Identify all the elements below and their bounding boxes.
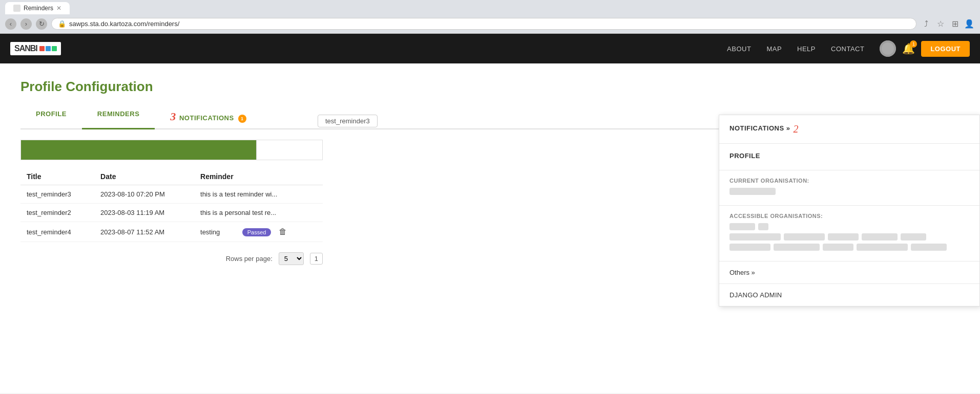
user-dropdown-menu: NOTIFICATIONS » 2 PROFILE CURRENT ORGANI… <box>719 115 980 307</box>
notifications-count: 2 <box>793 123 798 135</box>
row3-date: 2023-08-07 11:52 AM <box>94 222 194 242</box>
progress-fill <box>21 140 256 160</box>
logo-sq-blue <box>46 46 51 51</box>
col-title: Title <box>20 168 94 185</box>
others-link[interactable]: Others » <box>729 269 969 276</box>
bookmark-icon[interactable]: ☆ <box>935 18 946 30</box>
dropdown-profile-section: PROFILE <box>719 144 979 170</box>
row3-reminder: testing Passed 🗑 <box>194 222 323 242</box>
table-row: test_reminder2 2023-08-03 11:19 AM this … <box>20 204 323 222</box>
dropdown-current-org-section: CURRENT ORGANISATION: <box>719 170 979 206</box>
share-icon[interactable]: ⤴ <box>921 18 932 30</box>
django-admin-link[interactable]: DJANGO ADMIN <box>719 284 979 306</box>
user-section: 🔔 1 LOGOUT <box>880 40 970 57</box>
accessible-org-1 <box>729 223 969 230</box>
rows-per-page-label: Rows per page: <box>226 255 273 262</box>
row3-title: test_reminder4 <box>20 222 94 242</box>
org2-blurred <box>729 233 781 240</box>
row2-reminder: this is a personal test re... <box>194 204 323 222</box>
row1-reminder: this is a test reminder wi... <box>194 185 323 204</box>
org2b-blurred <box>784 233 825 240</box>
passed-badge: Passed <box>242 228 272 236</box>
url-text: sawps.sta.do.kartoza.com/reminders/ <box>69 20 179 28</box>
nav-contact[interactable]: CONTACT <box>831 45 864 53</box>
profile-menu-label: PROFILE <box>729 152 760 160</box>
org2e-blurred <box>901 233 926 240</box>
current-org-name <box>729 188 969 195</box>
logo-sq-red <box>39 46 45 51</box>
current-org-label: CURRENT ORGANISATION: <box>729 178 969 184</box>
browser-tab[interactable]: Reminders ✕ <box>5 2 70 14</box>
org2d-blurred <box>862 233 898 240</box>
dropdown-others-section: Others » <box>719 261 979 284</box>
org1-blurred <box>729 223 755 230</box>
dropdown-accessible-orgs-section: ACCESSIBLE ORGANISATIONS: <box>719 206 979 261</box>
logout-button[interactable]: LOGOUT <box>921 41 970 57</box>
forward-button[interactable]: › <box>20 18 32 30</box>
browser-tab-bar: Reminders ✕ <box>0 0 980 14</box>
table-row: test_reminder3 2023-08-10 07:20 PM this … <box>20 185 323 204</box>
col-reminder: Reminder <box>194 168 323 185</box>
tab-notifications[interactable]: 3 NOTIFICATIONS 1 <box>155 105 261 128</box>
dropdown-django-admin-section: DJANGO ADMIN <box>719 284 979 306</box>
browser-actions: ⤴ ☆ ⊞ 👤 <box>921 18 975 30</box>
progress-empty <box>256 140 322 160</box>
lock-icon: 🔒 <box>58 20 66 28</box>
back-button[interactable]: ‹ <box>5 18 16 30</box>
user-avatar[interactable] <box>880 40 896 57</box>
row1-title: test_reminder3 <box>20 185 94 204</box>
profile-icon[interactable]: 👤 <box>964 18 975 30</box>
logo-text: SANBI <box>14 44 37 53</box>
page-title: Profile Configuration <box>20 79 960 95</box>
layout-icon[interactable]: ⊞ <box>949 18 961 30</box>
row2-date: 2023-08-03 11:19 AM <box>94 204 194 222</box>
row2-title: test_reminder2 <box>20 204 94 222</box>
notification-badge: 1 <box>910 40 917 48</box>
col-date: Date <box>94 168 194 185</box>
reminders-table: Title Date Reminder test_reminder3 2023-… <box>20 168 323 242</box>
tab-reminders[interactable]: REMINDERS <box>82 105 155 128</box>
dropdown-notifications-link[interactable]: NOTIFICATIONS » 2 <box>729 122 969 136</box>
tab-close-button[interactable]: ✕ <box>56 5 61 12</box>
org3d-blurred <box>857 244 908 251</box>
app-header: SANBI ABOUT MAP HELP CONTACT 🔔 1 L <box>0 34 980 63</box>
tab-favicon <box>13 5 20 12</box>
table-row: test_reminder4 2023-08-07 11:52 AM testi… <box>20 222 323 242</box>
nav-about[interactable]: ABOUT <box>727 45 751 53</box>
main-content: Profile Configuration test_reminder3 PRO… <box>0 63 980 393</box>
org3c-blurred <box>823 244 853 251</box>
tab-profile[interactable]: PROFILE <box>20 105 82 128</box>
org3b-blurred <box>774 244 820 251</box>
org3e-blurred <box>911 244 947 251</box>
refresh-button[interactable]: ↻ <box>36 18 47 30</box>
org3-blurred <box>729 244 770 251</box>
nav-help[interactable]: HELP <box>797 45 816 53</box>
notification-bell[interactable]: 🔔 1 <box>902 42 915 55</box>
notifications-tab-badge: 1 <box>238 115 246 123</box>
delete-icon[interactable]: 🗑 <box>279 227 287 236</box>
accessible-org-2 <box>729 233 969 240</box>
logo-squares <box>39 46 57 51</box>
notifications-menu-label: NOTIFICATIONS » <box>729 124 790 132</box>
accessible-orgs-label: ACCESSIBLE ORGANISATIONS: <box>729 213 969 219</box>
dropdown-notifications-section: NOTIFICATIONS » 2 <box>719 115 979 144</box>
logo-area: SANBI <box>10 42 61 55</box>
address-bar[interactable]: 🔒 sawps.sta.do.kartoza.com/reminders/ <box>51 18 916 30</box>
active-reminder-pill: test_reminder3 <box>318 115 378 127</box>
accessible-org-3 <box>729 244 969 251</box>
logo-sq-green <box>52 46 57 51</box>
svg-rect-1 <box>882 42 894 55</box>
rows-per-page-select[interactable]: 5 10 25 <box>279 252 304 265</box>
page-number-display: 1 <box>310 253 323 265</box>
org1b-blurred <box>758 223 768 230</box>
header-nav: ABOUT MAP HELP CONTACT 🔔 1 LOGOUT <box>727 40 970 57</box>
dropdown-profile-link[interactable]: PROFILE <box>729 151 969 163</box>
org-blurred-text <box>729 188 776 195</box>
org2c-blurred <box>828 233 859 240</box>
nav-map[interactable]: MAP <box>766 45 782 53</box>
row1-date: 2023-08-10 07:20 PM <box>94 185 194 204</box>
tab-title: Reminders <box>24 5 53 12</box>
pagination-area: Rows per page: 5 10 25 1 <box>20 252 323 265</box>
logo-box: SANBI <box>10 42 61 55</box>
browser-bar: ‹ › ↻ 🔒 sawps.sta.do.kartoza.com/reminde… <box>0 14 980 34</box>
